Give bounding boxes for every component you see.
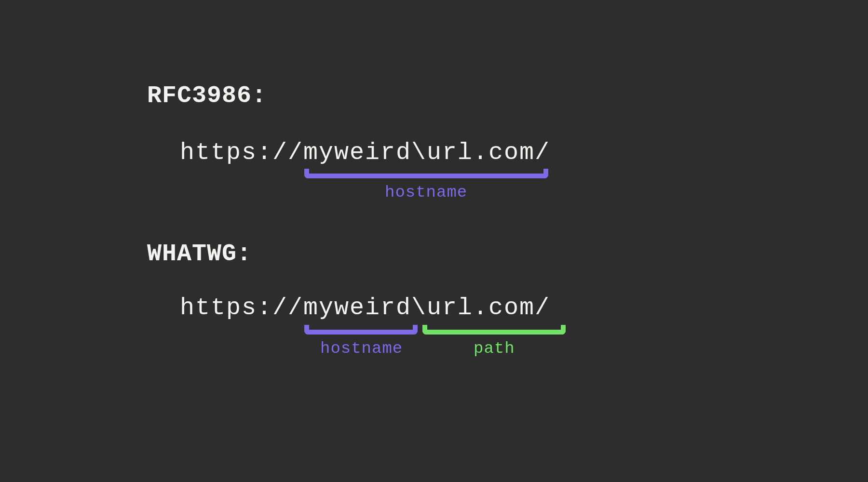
rfc-heading: RFC3986: bbox=[147, 82, 267, 109]
rfc-hostname-label: hostname bbox=[385, 183, 467, 201]
whatwg-hostname-bracket bbox=[304, 325, 418, 335]
rfc-hostname-bracket bbox=[304, 169, 548, 178]
whatwg-path-bracket bbox=[422, 325, 566, 335]
whatwg-path-label: path bbox=[474, 339, 515, 358]
whatwg-heading: WHATWG: bbox=[147, 240, 252, 268]
diagram-stage: RFC3986: https://myweird\url.com/ hostna… bbox=[0, 0, 868, 482]
rfc-url: https://myweird\url.com/ bbox=[180, 139, 550, 166]
whatwg-url: https://myweird\url.com/ bbox=[180, 294, 550, 321]
whatwg-hostname-label: hostname bbox=[320, 339, 403, 358]
